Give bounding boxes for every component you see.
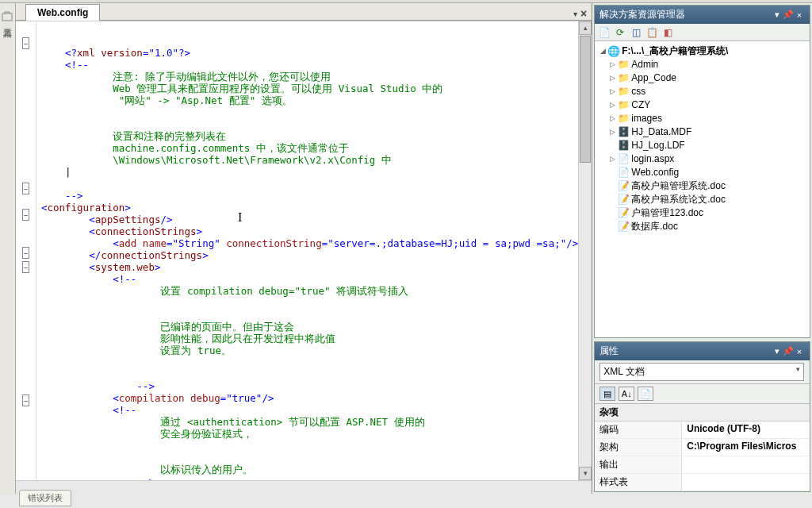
property-value[interactable]: C:\Program Files\Micros <box>682 439 810 456</box>
panel-dropdown-icon[interactable]: ▾ <box>772 346 783 356</box>
tree-item[interactable]: ▷📁css <box>596 85 808 98</box>
globe-icon: 🌐 <box>607 44 620 58</box>
scroll-down-icon[interactable]: ▾ <box>579 467 592 480</box>
tree-item[interactable]: 📄Web.config <box>596 166 808 179</box>
doc-icon: 📝 <box>617 220 630 233</box>
property-row[interactable]: 编码Unicode (UTF-8) <box>595 421 810 439</box>
nest-icon[interactable]: ◫ <box>630 26 642 39</box>
panel-dropdown-icon[interactable]: ▾ <box>772 10 783 20</box>
expand-icon[interactable]: ▷ <box>607 112 617 125</box>
svg-rect-0 <box>2 13 12 21</box>
properties-object-label: XML 文档 <box>603 365 645 379</box>
tree-item-label: 户籍管理123.doc <box>631 206 703 220</box>
toolbox-icon[interactable] <box>2 11 13 22</box>
panel-pin-icon[interactable]: 📌 <box>783 346 794 356</box>
folder-icon: 📁 <box>617 112 630 125</box>
tree-item[interactable]: ▷📁Admin <box>596 58 808 71</box>
solution-explorer-panel: 解决方案资源管理器 ▾ 📌 × 📄 ⟳ ◫ 📋 ◧ ◢ 🌐 F:\...\_高校… <box>594 5 810 338</box>
tree-item-label: 高校户籍系统论文.doc <box>631 193 726 206</box>
solution-explorer-title: 解决方案资源管理器 <box>599 8 772 21</box>
text-cursor: I <box>238 211 242 223</box>
folder-icon: 📁 <box>617 85 630 98</box>
tree-item[interactable]: ▷📁App_Code <box>596 71 808 85</box>
editor-area: Web.config ▾ × −−−−−− <?xml version="1.0… <box>16 3 592 494</box>
horizontal-scrollbar[interactable] <box>16 480 592 494</box>
tree-root[interactable]: ◢ 🌐 F:\...\_高校户籍管理系统\ <box>596 44 808 58</box>
panel-pin-icon[interactable]: 📌 <box>783 10 794 20</box>
tree-item[interactable]: 📝数据库.doc <box>596 220 808 233</box>
expand-icon[interactable]: ▷ <box>607 71 617 85</box>
properties-grid[interactable]: 杂项 编码Unicode (UTF-8)架构C:\Program Files\M… <box>595 404 810 491</box>
property-value[interactable]: Unicode (UTF-8) <box>682 421 810 438</box>
doc-icon: 📝 <box>617 206 630 220</box>
solution-tree[interactable]: ◢ 🌐 F:\...\_高校户籍管理系统\ ▷📁Admin▷📁App_Code▷… <box>595 41 810 337</box>
tree-item-label: login.aspx <box>631 152 674 166</box>
tree-item[interactable]: 🗄️HJ_Log.LDF <box>596 139 808 152</box>
properties-title: 属性 <box>599 344 772 358</box>
view-icon[interactable]: ◧ <box>661 26 674 39</box>
tree-item-label: Admin <box>631 58 658 71</box>
expand-icon[interactable]: ▷ <box>607 58 617 71</box>
tree-item-label: 高校户籍管理系统.doc <box>631 179 726 193</box>
expand-icon[interactable]: ▷ <box>607 152 617 166</box>
properties-header[interactable]: 属性 ▾ 📌 × <box>595 342 810 360</box>
vertical-scrollbar[interactable]: ▴ ▾ <box>578 21 592 480</box>
property-name: 架构 <box>595 439 682 456</box>
categorized-icon[interactable]: ▤ <box>599 387 615 401</box>
panel-close-icon[interactable]: × <box>794 347 805 356</box>
tree-item[interactable]: 📝户籍管理123.doc <box>596 206 808 220</box>
tree-item-label: HJ_Log.LDF <box>631 139 684 152</box>
tree-item-label: css <box>631 85 645 98</box>
left-sidebar[interactable]: 工具箱 <box>0 3 16 494</box>
chevron-down-icon: ▾ <box>796 365 800 379</box>
properties-group-header[interactable]: 杂项 <box>595 404 810 421</box>
tree-item-label: App_Code <box>631 71 676 85</box>
file-icon: 📄 <box>617 166 630 179</box>
refresh-icon[interactable]: ⟳ <box>614 26 626 39</box>
properties-toolbar: XML 文档 ▾ <box>595 360 810 384</box>
panel-close-icon[interactable]: × <box>794 10 805 20</box>
property-name: 样式表 <box>595 474 682 491</box>
scroll-up-icon[interactable]: ▴ <box>579 21 592 35</box>
expand-icon[interactable]: ▷ <box>607 85 617 98</box>
copy-icon[interactable]: 📋 <box>645 26 658 39</box>
property-row[interactable]: 样式表 <box>595 474 810 491</box>
db-icon: 🗄️ <box>617 125 630 139</box>
properties-panel: 属性 ▾ 📌 × XML 文档 ▾ ▤ A↓ 📄 杂项 编码Unicode (U… <box>594 341 810 492</box>
fold-gutter[interactable]: −−−−−− <box>16 21 36 480</box>
tree-item[interactable]: ▷📄login.aspx <box>596 152 808 166</box>
error-list-tab[interactable]: 错误列表 <box>19 490 71 506</box>
code-editor[interactable]: <?xml version="1.0"?> <!-- 注意: 除了手动编辑此文件… <box>36 21 578 480</box>
folder-icon: 📁 <box>617 98 630 112</box>
tree-root-label: F:\...\_高校户籍管理系统\ <box>622 44 728 58</box>
scroll-thumb[interactable] <box>580 36 591 163</box>
tree-item[interactable]: ▷📁images <box>596 112 808 125</box>
properties-page-icon[interactable]: 📄 <box>638 387 653 401</box>
db-icon: 🗄️ <box>617 139 630 152</box>
tab-webconfig[interactable]: Web.config <box>25 4 100 21</box>
tree-item[interactable]: ▷🗄️HJ_Data.MDF <box>596 125 808 139</box>
expand-icon[interactable]: ▷ <box>607 125 617 139</box>
property-row[interactable]: 输出 <box>595 456 810 474</box>
tree-item[interactable]: 📝高校户籍管理系统.doc <box>596 179 808 193</box>
folder-icon: 📁 <box>617 58 630 71</box>
solution-toolbar: 📄 ⟳ ◫ 📋 ◧ <box>595 24 810 41</box>
solution-explorer-header[interactable]: 解决方案资源管理器 ▾ 📌 × <box>595 6 810 24</box>
tab-dropdown-icon[interactable]: ▾ <box>573 10 577 18</box>
property-name: 编码 <box>595 421 682 438</box>
tab-close-icon[interactable]: × <box>580 7 587 20</box>
tree-item[interactable]: 📝高校户籍系统论文.doc <box>596 193 808 206</box>
expand-icon[interactable]: ◢ <box>598 44 607 58</box>
alphabetical-icon[interactable]: A↓ <box>619 387 634 401</box>
expand-icon[interactable]: ▷ <box>607 98 617 112</box>
property-name: 输出 <box>595 456 682 473</box>
tree-item-label: images <box>631 112 662 125</box>
properties-object-combo[interactable]: XML 文档 ▾ <box>599 363 804 381</box>
property-value[interactable] <box>682 474 810 491</box>
property-row[interactable]: 架构C:\Program Files\Micros <box>595 439 810 456</box>
tab-bar: Web.config ▾ × <box>16 3 592 21</box>
tree-item[interactable]: ▷📁CZY <box>596 98 808 112</box>
property-value[interactable] <box>682 456 810 473</box>
properties-sort-buttons: ▤ A↓ 📄 <box>595 384 810 404</box>
properties-icon[interactable]: 📄 <box>598 26 611 39</box>
